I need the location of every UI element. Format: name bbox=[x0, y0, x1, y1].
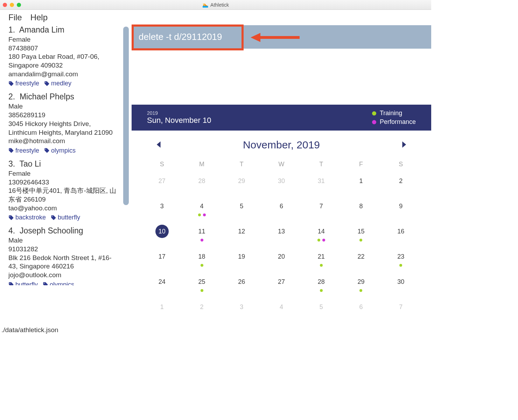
calendar-day[interactable]: 14 bbox=[301, 223, 341, 246]
calendar-day[interactable]: 5 bbox=[301, 298, 341, 322]
calendar-week: 17181920212223 bbox=[132, 247, 431, 272]
sidebar-scrollbar[interactable] bbox=[123, 27, 129, 205]
calendar-dow: F bbox=[341, 161, 381, 168]
person-address: 180 Paya Lebar Road, #07-06, Singapore 4… bbox=[8, 52, 120, 70]
prev-month-button[interactable] bbox=[156, 141, 162, 149]
day-number: 25 bbox=[195, 275, 209, 288]
tag[interactable]: butterfly bbox=[51, 214, 80, 221]
legend-item: Performance bbox=[372, 118, 416, 126]
person-email: amandalim@gmail.com bbox=[8, 70, 120, 79]
command-input[interactable]: delete -t d/29112019 bbox=[132, 25, 431, 49]
calendar-day[interactable]: 1 bbox=[142, 298, 182, 322]
calendar-day[interactable]: 18 bbox=[182, 248, 222, 272]
day-number: 28 bbox=[195, 174, 209, 188]
calendar-day[interactable]: 28 bbox=[301, 273, 341, 297]
day-number: 24 bbox=[155, 275, 169, 288]
calendar-day[interactable]: 30 bbox=[261, 172, 301, 196]
calendar-date: Sun, November 10 bbox=[147, 116, 211, 125]
legend-item: Training bbox=[372, 110, 416, 117]
tag[interactable]: butterfly bbox=[8, 281, 38, 285]
tag[interactable]: olympics bbox=[43, 281, 74, 285]
person-email: jojo@outlook.com bbox=[8, 271, 120, 280]
day-number: 21 bbox=[315, 250, 328, 263]
person-tags: backstrokebutterfly bbox=[8, 214, 120, 221]
calendar-day[interactable]: 5 bbox=[222, 197, 261, 221]
person-item[interactable]: 2. Michael PhelpsMale38562891193045 Hick… bbox=[8, 92, 120, 154]
calendar-legend: TrainingPerformance bbox=[372, 110, 416, 126]
tag[interactable]: backstroke bbox=[8, 214, 46, 221]
day-number: 2 bbox=[394, 174, 407, 188]
calendar-day[interactable]: 8 bbox=[341, 197, 381, 221]
calendar-day[interactable]: 28 bbox=[182, 172, 222, 196]
calendar-day[interactable]: 19 bbox=[222, 248, 261, 272]
next-month-button[interactable] bbox=[400, 141, 407, 149]
calendar-day[interactable]: 4 bbox=[261, 298, 301, 322]
day-number: 16 bbox=[394, 225, 407, 238]
calendar-day[interactable]: 7 bbox=[381, 298, 421, 322]
calendar-day[interactable]: 13 bbox=[261, 223, 301, 246]
calendar-day[interactable]: 24 bbox=[142, 273, 182, 297]
calendar-day[interactable]: 11 bbox=[182, 223, 222, 246]
menu-file[interactable]: File bbox=[8, 13, 22, 22]
day-number: 12 bbox=[235, 225, 248, 238]
day-number: 17 bbox=[155, 250, 169, 263]
menu-help[interactable]: Help bbox=[30, 13, 48, 22]
day-number: 15 bbox=[354, 225, 368, 238]
calendar-day[interactable]: 27 bbox=[142, 172, 182, 196]
maximize-icon[interactable] bbox=[17, 3, 21, 7]
calendar-day[interactable]: 10 bbox=[142, 223, 182, 246]
tag[interactable]: medley bbox=[44, 80, 71, 87]
calendar-day[interactable]: 2 bbox=[381, 172, 421, 196]
minimize-icon[interactable] bbox=[10, 3, 14, 7]
calendar-day[interactable]: 3 bbox=[142, 197, 182, 221]
person-item[interactable]: 1. Amanda LimFemale87438807180 Paya Leba… bbox=[8, 25, 120, 87]
calendar-year: 2019 bbox=[147, 110, 211, 116]
calendar-day[interactable]: 7 bbox=[301, 197, 341, 221]
tag[interactable]: freestyle bbox=[8, 147, 39, 154]
calendar-day[interactable]: 29 bbox=[222, 172, 261, 196]
calendar-day[interactable]: 26 bbox=[222, 273, 261, 297]
day-number: 4 bbox=[195, 200, 209, 213]
calendar-day[interactable]: 3 bbox=[222, 298, 261, 322]
person-item[interactable]: 4. Joseph SchoolingMale91031282Blk 216 B… bbox=[8, 226, 120, 285]
calendar-day[interactable]: 20 bbox=[261, 248, 301, 272]
calendar-day[interactable]: 17 bbox=[142, 248, 182, 272]
person-address: Blk 216 Bedok North Street 1, #16-43, Si… bbox=[8, 254, 120, 271]
calendar-day[interactable]: 22 bbox=[341, 248, 381, 272]
calendar-day[interactable]: 29 bbox=[341, 273, 381, 297]
calendar-day[interactable]: 15 bbox=[341, 223, 381, 246]
calendar-day[interactable]: 4 bbox=[182, 197, 222, 221]
calendar-day[interactable]: 6 bbox=[261, 197, 301, 221]
tag[interactable]: freestyle bbox=[8, 80, 39, 87]
day-number: 6 bbox=[354, 300, 368, 314]
person-gender: Female bbox=[8, 35, 120, 44]
calendar-day[interactable]: 27 bbox=[261, 273, 301, 297]
day-number: 30 bbox=[394, 275, 407, 288]
calendar-day[interactable]: 6 bbox=[341, 298, 381, 322]
status-bar: ./data/athletick.json bbox=[0, 326, 431, 335]
person-email: tao@yahoo.com bbox=[8, 204, 120, 213]
person-gender: Male bbox=[8, 236, 120, 245]
person-item[interactable]: 3. Tao LiFemale1309264643316号楼中单元401, 青岛… bbox=[8, 159, 120, 221]
calendar-day[interactable]: 1 bbox=[341, 172, 381, 196]
calendar-day[interactable]: 12 bbox=[222, 223, 261, 246]
event-dot-icon bbox=[359, 239, 362, 241]
calendar-day[interactable]: 21 bbox=[301, 248, 341, 272]
calendar-day[interactable]: 2 bbox=[182, 298, 222, 322]
calendar-day[interactable]: 31 bbox=[301, 172, 341, 196]
calendar-day[interactable]: 30 bbox=[381, 273, 421, 297]
legend-dot-icon bbox=[372, 120, 376, 124]
calendar-day[interactable]: 9 bbox=[381, 197, 421, 221]
tag[interactable]: olympics bbox=[44, 147, 76, 154]
calendar-day[interactable]: 23 bbox=[381, 248, 421, 272]
calendar-day[interactable]: 25 bbox=[182, 273, 222, 297]
app-title: Athletick bbox=[210, 2, 229, 8]
calendar-day[interactable]: 16 bbox=[381, 223, 421, 246]
close-icon[interactable] bbox=[3, 3, 7, 7]
event-dot-icon bbox=[399, 264, 402, 267]
day-number: 31 bbox=[315, 174, 328, 188]
person-address: 3045 Hickory Heights Drive, Linthicum He… bbox=[8, 120, 120, 137]
day-number: 28 bbox=[315, 275, 328, 288]
legend-label: Training bbox=[380, 110, 402, 117]
person-phone: 3856289119 bbox=[8, 111, 120, 120]
